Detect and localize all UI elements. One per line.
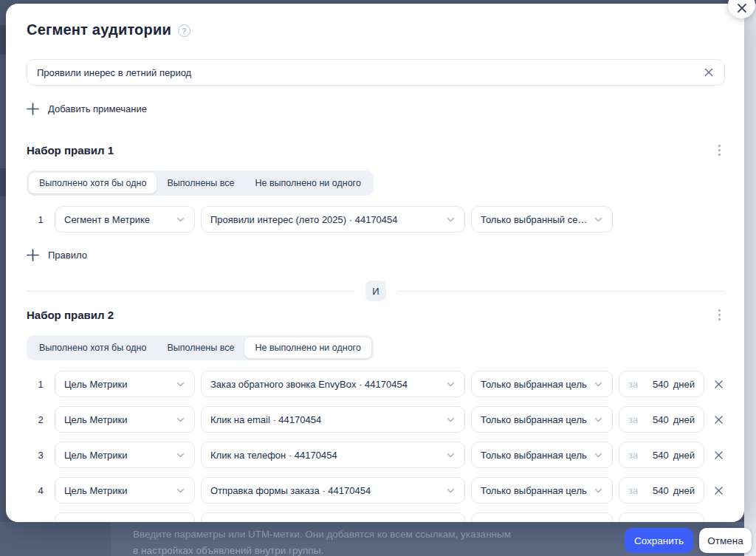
- period-days-value[interactable]: 540: [653, 485, 669, 496]
- rule-type-dropdown[interactable]: Цель Метрики: [55, 371, 195, 397]
- chevron-down-icon: [176, 380, 185, 389]
- tab-match-none[interactable]: Не выполнено ни одного: [244, 337, 371, 358]
- rule-row: 3 Цель Метрики Клик на телефон · 4417045…: [27, 442, 725, 468]
- period-prefix-label: за: [628, 379, 638, 390]
- chevron-down-icon: [176, 486, 185, 495]
- period-days-field[interactable]: за 540 дней: [619, 406, 704, 433]
- goal-select-value: Клик на email · 44170454: [210, 414, 321, 425]
- goal-select-value: Отправка формы заказа · 44170454: [210, 485, 371, 496]
- tab-match-all[interactable]: Выполнены все: [157, 337, 244, 358]
- chevron-down-icon: [176, 215, 185, 224]
- period-unit-label: дней: [673, 379, 695, 390]
- dimmed-utm-hint-line2: в настройках объявлений внутри группы.: [133, 543, 511, 556]
- scope-dropdown[interactable]: Только выбранная цель: [471, 477, 613, 504]
- chevron-down-icon: [446, 380, 456, 389]
- period-days-value[interactable]: 540: [653, 379, 669, 390]
- chevron-down-icon: [594, 215, 603, 224]
- rule-type-value: Цель Метрики: [64, 521, 128, 523]
- chevron-down-icon: [594, 450, 603, 460]
- period-days-field[interactable]: за 540 дней: [619, 442, 704, 468]
- kebab-menu-icon[interactable]: [714, 306, 725, 323]
- scope-value: Только выбранная цель: [481, 485, 587, 496]
- dimmed-page-fragment: [0, 168, 6, 196]
- add-note-label: Добавить примечание: [48, 103, 147, 114]
- segment-name-input[interactable]: [37, 67, 703, 78]
- scope-dropdown[interactable]: Только выбранная цель: [471, 371, 613, 397]
- period-days-field[interactable]: за 540 дней: [619, 371, 704, 397]
- tab-match-any[interactable]: Выполнено хотя бы одно: [29, 337, 157, 358]
- goal-select-dropdown[interactable]: Отправка формы заказа · 44170454: [201, 477, 465, 504]
- rule-set-1-title: Набор правил 1: [27, 144, 114, 157]
- page-scrollbar-track[interactable]: [744, 4, 756, 556]
- scope-value: Только выбранная цель: [481, 450, 587, 461]
- period-days-value[interactable]: 540: [653, 414, 669, 425]
- tab-match-none[interactable]: Не выполнено ни одного: [244, 173, 371, 193]
- audience-segment-dialog: Сегмент аудитории ? Добавить примечание …: [6, 4, 744, 522]
- chevron-down-icon: [446, 215, 456, 224]
- period-days-field[interactable]: за 540 дней: [619, 512, 704, 522]
- clear-input-icon[interactable]: [703, 66, 715, 78]
- scope-dropdown[interactable]: Только выбранный сег...: [471, 206, 613, 233]
- and-divider: И: [27, 281, 725, 301]
- kebab-menu-icon[interactable]: [714, 142, 725, 159]
- goal-select-value: Заказа оформлен · 44170454: [210, 521, 342, 523]
- tab-match-all[interactable]: Выполнены все: [157, 173, 244, 193]
- cancel-button[interactable]: Отмена: [699, 528, 752, 553]
- rule-row: 4 Цель Метрики Отправка формы заказа · 4…: [27, 477, 725, 504]
- scope-dropdown[interactable]: Только выбранная цель: [471, 512, 613, 522]
- chevron-down-icon: [446, 486, 456, 495]
- rule-type-dropdown[interactable]: Цель Метрики: [55, 512, 195, 522]
- segment-name-field: [27, 59, 725, 86]
- segment-select-dropdown[interactable]: Проявили интерес (лето 2025) · 44170454: [201, 206, 465, 233]
- scope-dropdown[interactable]: Только выбранная цель: [471, 442, 613, 468]
- rule-type-dropdown[interactable]: Цель Метрики: [55, 477, 195, 504]
- chevron-down-icon: [176, 521, 185, 523]
- period-prefix-label: за: [628, 450, 638, 461]
- help-icon[interactable]: ?: [178, 24, 190, 37]
- rule-type-value: Цель Метрики: [64, 414, 128, 425]
- save-button[interactable]: Сохранить: [625, 528, 693, 553]
- dialog-header: Сегмент аудитории ?: [27, 21, 725, 38]
- tab-match-any[interactable]: Выполнено хотя бы одно: [29, 173, 157, 193]
- rule-set-2-match-tabs: Выполнено хотя бы одно Выполнены все Не …: [27, 335, 374, 360]
- rule-type-dropdown[interactable]: Сегмент в Метрике: [55, 206, 195, 233]
- goal-select-dropdown[interactable]: Клик на телефон · 44170454: [201, 442, 465, 468]
- dimmed-page-fragment: [0, 25, 6, 55]
- rule-row: 5 Цель Метрики Заказа оформлен · 4417045…: [27, 512, 725, 522]
- rule-type-dropdown[interactable]: Цель Метрики: [55, 406, 195, 433]
- rule-row: 2 Цель Метрики Клик на email · 44170454 …: [27, 406, 725, 433]
- scope-value: Только выбранная цель: [481, 414, 587, 425]
- rule-index: 1: [34, 214, 47, 225]
- goal-select-dropdown[interactable]: Заказ обратного звонка EnvyBox · 4417045…: [201, 371, 465, 397]
- add-rule-label: Правило: [48, 250, 87, 261]
- remove-rule-icon[interactable]: [712, 377, 726, 391]
- remove-rule-icon[interactable]: [712, 484, 726, 498]
- goal-select-dropdown[interactable]: Заказа оформлен · 44170454: [201, 512, 465, 522]
- period-prefix-label: за: [628, 521, 638, 523]
- period-days-value[interactable]: 540: [653, 521, 669, 523]
- period-days-value[interactable]: 540: [653, 450, 669, 461]
- period-days-field[interactable]: за 540 дней: [619, 477, 704, 504]
- rule-set-1-match-tabs: Выполнено хотя бы одно Выполнены все Не …: [27, 171, 374, 196]
- rule-type-value: Сегмент в Метрике: [64, 214, 150, 225]
- dimmed-utm-hint-line1: Введите параметры или UTM-метки. Они доб…: [133, 526, 511, 543]
- rule-index: 3: [34, 450, 47, 461]
- add-note-button[interactable]: Добавить примечание: [27, 103, 147, 115]
- and-badge: И: [365, 281, 386, 301]
- rule-type-dropdown[interactable]: Цель Метрики: [55, 442, 195, 468]
- period-unit-label: дней: [673, 485, 695, 496]
- period-prefix-label: за: [628, 414, 638, 425]
- chevron-down-icon: [594, 380, 603, 389]
- scope-value: Только выбранная цель: [481, 379, 587, 390]
- chevron-down-icon: [594, 415, 603, 425]
- rule-type-value: Цель Метрики: [64, 485, 128, 496]
- rule-index: 1: [34, 379, 47, 390]
- remove-rule-icon[interactable]: [712, 413, 726, 427]
- scope-dropdown[interactable]: Только выбранная цель: [471, 406, 613, 433]
- period-unit-label: дней: [673, 521, 695, 523]
- remove-rule-icon[interactable]: [712, 448, 726, 462]
- remove-rule-icon[interactable]: [712, 519, 726, 523]
- add-rule-button[interactable]: Правило: [27, 249, 87, 261]
- goal-select-dropdown[interactable]: Клик на email · 44170454: [201, 406, 465, 433]
- page-title: Сегмент аудитории: [27, 21, 171, 38]
